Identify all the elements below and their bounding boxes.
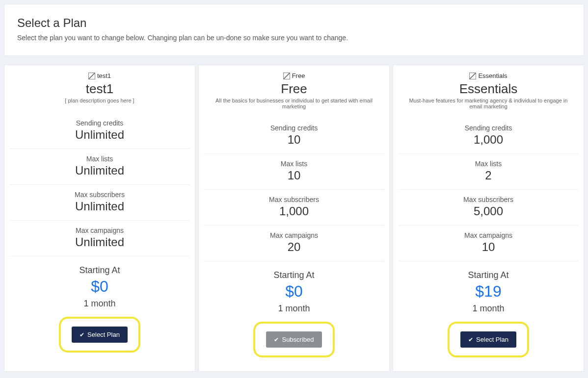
plan-pricing: Starting At $19 1 month ✔ Select Plan bbox=[398, 261, 579, 357]
feat-label: Max lists bbox=[9, 155, 190, 163]
broken-image-icon bbox=[88, 73, 95, 79]
feat-max-lists: Max lists 2 bbox=[398, 154, 579, 190]
feat-sending-credits: Sending credits Unlimited bbox=[9, 113, 190, 149]
feat-label: Max lists bbox=[398, 160, 579, 168]
header-card: Select a Plan Select the plan you want t… bbox=[4, 4, 584, 56]
plan-card-test1: test1 test1 [ plan description goes here… bbox=[4, 65, 195, 372]
plan-term: 1 month bbox=[204, 303, 384, 314]
check-icon: ✔ bbox=[274, 336, 279, 343]
plan-image-alt: Free bbox=[292, 72, 305, 79]
feat-value: Unlimited bbox=[9, 128, 190, 142]
feat-label: Sending credits bbox=[9, 119, 190, 127]
subscribed-button[interactable]: ✔ Subscribed bbox=[266, 331, 321, 348]
plan-price: $19 bbox=[398, 282, 579, 301]
plan-image-broken: test1 bbox=[88, 72, 111, 79]
starting-at-label: Starting At bbox=[204, 270, 384, 280]
plan-price: $0 bbox=[9, 277, 190, 296]
feat-value: 5,000 bbox=[398, 204, 579, 218]
plan-term: 1 month bbox=[9, 299, 190, 309]
feat-max-subscribers: Max subscribers Unlimited bbox=[9, 185, 190, 221]
feat-value: 1,000 bbox=[204, 204, 384, 218]
feat-label: Max campaigns bbox=[204, 231, 384, 239]
plan-image-broken: Free bbox=[283, 72, 305, 79]
starting-at-label: Starting At bbox=[9, 265, 190, 276]
feat-value: 10 bbox=[204, 133, 384, 147]
feat-max-subscribers: Max subscribers 1,000 bbox=[204, 190, 384, 226]
feat-value: 1,000 bbox=[398, 133, 579, 147]
feat-sending-credits: Sending credits 10 bbox=[204, 118, 384, 154]
feat-sending-credits: Sending credits 1,000 bbox=[398, 118, 579, 154]
feat-max-lists: Max lists Unlimited bbox=[9, 149, 190, 185]
check-icon: ✔ bbox=[80, 331, 84, 338]
button-highlight: ✔ Select Plan bbox=[448, 322, 529, 357]
plan-name: Free bbox=[204, 81, 384, 97]
plan-image-alt: Essentials bbox=[478, 72, 507, 79]
plan-image-broken: Essentials bbox=[469, 72, 507, 79]
button-highlight: ✔ Subscribed bbox=[253, 322, 334, 357]
feat-value: 20 bbox=[204, 240, 384, 254]
check-icon: ✔ bbox=[468, 336, 473, 343]
broken-image-icon bbox=[283, 73, 290, 79]
feat-label: Max campaigns bbox=[9, 227, 190, 234]
button-label: Subscribed bbox=[282, 336, 314, 343]
plans-row: test1 test1 [ plan description goes here… bbox=[4, 65, 584, 372]
plan-description: [ plan description goes here ] bbox=[9, 98, 190, 104]
feat-value: Unlimited bbox=[9, 164, 190, 177]
plan-image-alt: test1 bbox=[97, 72, 111, 79]
starting-at-label: Starting At bbox=[398, 270, 579, 280]
feat-max-campaigns: Max campaigns 20 bbox=[204, 226, 384, 261]
button-label: Select Plan bbox=[87, 331, 120, 338]
feat-label: Sending credits bbox=[204, 124, 384, 132]
feat-max-campaigns: Max campaigns 10 bbox=[398, 226, 579, 261]
plan-description: Must-have features for marketing agency … bbox=[398, 98, 579, 109]
feat-max-lists: Max lists 10 bbox=[204, 154, 384, 190]
feat-value: 2 bbox=[398, 169, 579, 182]
plan-term: 1 month bbox=[398, 303, 579, 314]
feat-value: 10 bbox=[398, 240, 579, 254]
feat-value: 10 bbox=[204, 169, 384, 182]
feat-label: Max subscribers bbox=[9, 191, 190, 199]
button-highlight: ✔ Select Plan bbox=[59, 317, 140, 353]
feat-label: Max lists bbox=[204, 160, 384, 168]
button-label: Select Plan bbox=[476, 336, 508, 343]
feat-label: Max subscribers bbox=[398, 196, 579, 203]
feat-label: Max subscribers bbox=[204, 196, 384, 203]
plan-card-free: Free Free All the basics for businesses … bbox=[198, 65, 390, 372]
broken-image-icon bbox=[469, 73, 476, 79]
plan-price: $0 bbox=[204, 282, 384, 301]
plan-pricing: Starting At $0 1 month ✔ Select Plan bbox=[9, 256, 190, 353]
feat-max-subscribers: Max subscribers 5,000 bbox=[398, 190, 579, 226]
page-title: Select a Plan bbox=[17, 16, 571, 30]
feat-value: Unlimited bbox=[9, 200, 190, 213]
plan-name: test1 bbox=[9, 81, 190, 97]
feat-max-campaigns: Max campaigns Unlimited bbox=[9, 221, 190, 256]
plan-name: Essentials bbox=[398, 81, 579, 97]
plan-card-essentials: Essentials Essentials Must-have features… bbox=[393, 65, 584, 372]
page-subtitle: Select the plan you want to change below… bbox=[17, 34, 571, 42]
feat-label: Sending credits bbox=[398, 124, 579, 132]
select-plan-button[interactable]: ✔ Select Plan bbox=[72, 327, 128, 343]
feat-value: Unlimited bbox=[9, 235, 190, 249]
feat-label: Max campaigns bbox=[398, 231, 579, 239]
plan-pricing: Starting At $0 1 month ✔ Subscribed bbox=[204, 261, 384, 357]
select-plan-button[interactable]: ✔ Select Plan bbox=[460, 331, 516, 348]
plan-description: All the basics for businesses or individ… bbox=[204, 98, 384, 109]
